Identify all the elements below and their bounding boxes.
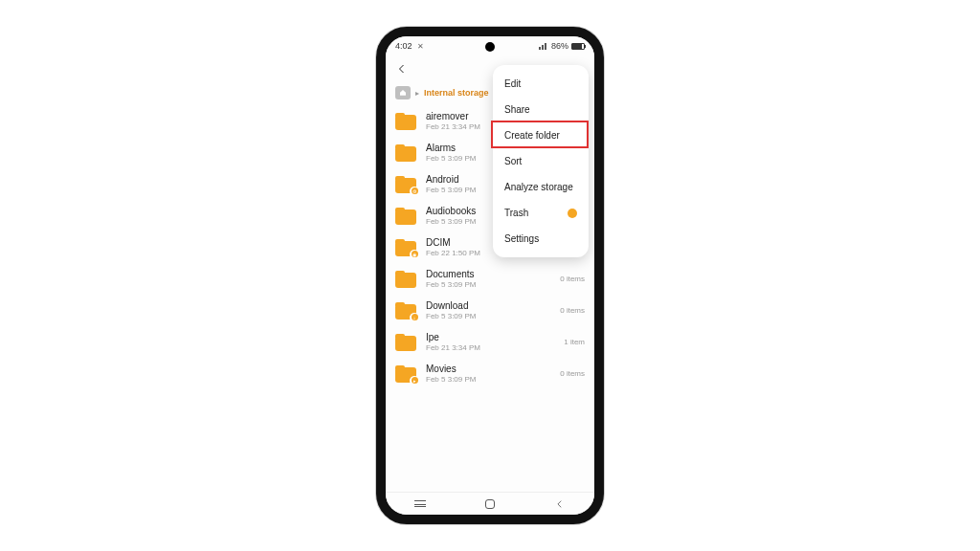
- folder-date: Feb 5 3:09 PM: [426, 312, 550, 320]
- folder-icon: [395, 334, 416, 351]
- folder-text: MoviesFeb 5 3:09 PM: [426, 364, 550, 384]
- folder-count: 0 items: [560, 306, 585, 315]
- folder-text: DocumentsFeb 5 3:09 PM: [426, 269, 550, 289]
- folder-count: 0 items: [560, 369, 585, 378]
- chevron-left-icon: [396, 63, 408, 75]
- back-button[interactable]: [393, 60, 411, 77]
- folder-row[interactable]: ↓DownloadFeb 5 3:09 PM0 items: [386, 295, 594, 326]
- folder-icon: ▸: [395, 365, 416, 383]
- folder-badge-icon: ⚙: [410, 187, 419, 196]
- folder-icon: [395, 208, 416, 225]
- menu-item-settings[interactable]: Settings: [493, 226, 589, 252]
- front-camera: [485, 42, 495, 52]
- menu-item-label: Share: [504, 104, 530, 115]
- menu-item-label: Trash: [504, 208, 528, 218]
- status-left: 4:02 ✕: [395, 41, 424, 51]
- new-badge-icon: [568, 209, 577, 218]
- menu-item-label: Analyze storage: [504, 182, 573, 192]
- folder-text: DownloadFeb 5 3:09 PM: [426, 300, 550, 320]
- folder-row[interactable]: DocumentsFeb 5 3:09 PM0 items: [386, 263, 594, 295]
- status-right: 86%: [539, 41, 585, 51]
- nav-recents-button[interactable]: [409, 497, 432, 511]
- folder-row[interactable]: ▸MoviesFeb 5 3:09 PM0 items: [386, 358, 594, 389]
- menu-item-label: Settings: [504, 233, 539, 244]
- folder-name: Ipe: [426, 332, 554, 342]
- folder-text: IpeFeb 21 3:34 PM: [426, 332, 554, 352]
- battery-percent: 86%: [551, 41, 568, 51]
- folder-icon: ◉: [395, 239, 416, 256]
- menu-item-create-folder[interactable]: Create folder: [493, 122, 589, 148]
- menu-item-sort[interactable]: Sort: [493, 148, 589, 174]
- menu-item-label: Sort: [504, 156, 522, 166]
- folder-name: Download: [426, 300, 550, 311]
- screen: 4:02 ✕ 86% ▸: [386, 36, 594, 515]
- nav-back-button[interactable]: [548, 497, 571, 511]
- folder-date: Feb 5 3:09 PM: [426, 375, 550, 384]
- folder-date: Feb 5 3:09 PM: [426, 280, 550, 289]
- battery-icon: [571, 43, 585, 50]
- back-icon: [555, 496, 565, 513]
- folder-name: Movies: [426, 364, 550, 374]
- menu-item-edit[interactable]: Edit: [493, 71, 589, 97]
- folder-icon: ⚙: [395, 176, 416, 193]
- overflow-menu: EditShareCreate folderSortAnalyze storag…: [493, 65, 589, 257]
- home-icon[interactable]: [395, 86, 411, 99]
- menu-item-share[interactable]: Share: [493, 97, 589, 122]
- folder-count: 1 item: [564, 338, 585, 346]
- folder-icon: ↓: [395, 302, 416, 320]
- folder-icon: [395, 271, 416, 288]
- menu-item-analyze-storage[interactable]: Analyze storage: [493, 174, 589, 200]
- folder-badge-icon: ◉: [410, 250, 419, 259]
- folder-icon: [395, 144, 416, 162]
- menu-item-trash[interactable]: Trash: [493, 200, 589, 226]
- folder-row[interactable]: IpeFeb 21 3:34 PM1 item: [386, 326, 594, 358]
- status-indicator-icon: ✕: [417, 42, 424, 51]
- breadcrumb-label[interactable]: Internal storage: [424, 88, 489, 98]
- phone-frame: 4:02 ✕ 86% ▸: [376, 27, 604, 524]
- menu-item-label: Create folder: [504, 130, 560, 141]
- folder-icon: [395, 113, 416, 130]
- menu-item-label: Edit: [504, 78, 521, 89]
- nav-home-button[interactable]: [479, 497, 501, 511]
- folder-date: Feb 21 3:34 PM: [426, 343, 554, 352]
- folder-name: Documents: [426, 269, 550, 279]
- folder-count: 0 items: [560, 275, 585, 283]
- folder-badge-icon: ▸: [410, 376, 419, 386]
- clock: 4:02: [395, 41, 412, 51]
- recents-icon: [414, 500, 426, 507]
- breadcrumb-separator-icon: ▸: [415, 89, 419, 98]
- folder-badge-icon: ↓: [410, 313, 419, 322]
- home-outline-icon: [485, 499, 495, 509]
- signal-icon: [539, 42, 548, 50]
- system-nav-bar: [386, 492, 594, 515]
